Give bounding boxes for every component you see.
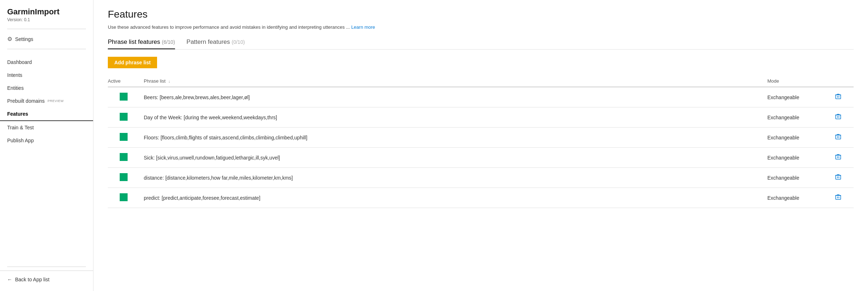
sidebar-nav: Dashboard Intents Entities Prebuilt doma… xyxy=(0,53,93,263)
active-indicator-5 xyxy=(120,193,128,201)
add-phrase-list-button[interactable]: Add phrase list xyxy=(108,57,157,68)
active-indicator-1 xyxy=(120,113,128,121)
phrase-name-1: Day of the Week: [during the week,weeken… xyxy=(144,115,277,120)
table-row: Floors: [floors,climb,flights of stairs,… xyxy=(108,128,854,148)
tab-phrase-list[interactable]: Phrase list features (6/10) xyxy=(108,38,175,49)
active-indicator-3 xyxy=(120,153,128,161)
cell-mode-5: Exchangeable xyxy=(767,188,832,208)
cell-phrase-5: predict: [predict,anticipate,foresee,for… xyxy=(144,188,767,208)
col-header-actions xyxy=(832,75,854,87)
cell-phrase-4: distance: [distance,kilometers,how far,m… xyxy=(144,168,767,188)
cell-mode-4: Exchangeable xyxy=(767,168,832,188)
delete-button-1[interactable] xyxy=(832,112,844,123)
cell-active-0 xyxy=(108,87,144,107)
cell-active-2 xyxy=(108,128,144,148)
cell-phrase-3: Sick: [sick,virus,unwell,rundown,fatigue… xyxy=(144,148,767,168)
sidebar-item-features[interactable]: Features xyxy=(0,107,93,121)
main-content: Features Use these advanced features to … xyxy=(93,0,868,291)
cell-phrase-0: Beers: [beers,ale,brew,brews,ales,beer,l… xyxy=(144,87,767,107)
delete-button-4[interactable] xyxy=(832,172,844,183)
preview-badge: PREVIEW xyxy=(47,99,64,103)
svg-rect-4 xyxy=(836,175,841,179)
svg-rect-5 xyxy=(836,195,841,199)
sidebar-item-prebuilt-domains[interactable]: Prebuilt domains PREVIEW xyxy=(0,94,93,107)
cell-mode-0: Exchangeable xyxy=(767,87,832,107)
sidebar-item-label-entities: Entities xyxy=(7,85,24,91)
sidebar-header: GarminImport Version: 0.1 xyxy=(0,0,93,25)
sidebar-item-dashboard[interactable]: Dashboard xyxy=(0,56,93,69)
sidebar-item-entities[interactable]: Entities xyxy=(0,82,93,94)
features-table: Active Phrase list ↓ Mode Beers: [beers,… xyxy=(108,75,854,208)
cell-mode-3: Exchangeable xyxy=(767,148,832,168)
mode-text-2: Exchangeable xyxy=(767,135,799,140)
col-header-phrase-list: Phrase list ↓ xyxy=(144,75,767,87)
tab-pattern[interactable]: Pattern features (0/10) xyxy=(187,38,245,49)
sort-icon[interactable]: ↓ xyxy=(168,79,170,83)
sidebar-item-intents[interactable]: Intents xyxy=(0,69,93,82)
cell-active-1 xyxy=(108,107,144,128)
cell-delete-2 xyxy=(832,128,854,148)
active-indicator-4 xyxy=(120,173,128,181)
table-row: Beers: [beers,ale,brew,brews,ales,beer,l… xyxy=(108,87,854,107)
sidebar-item-label-features: Features xyxy=(7,111,28,117)
phrase-name-4: distance: [distance,kilometers,how far,m… xyxy=(144,175,293,181)
svg-rect-3 xyxy=(836,155,841,159)
phrase-name-3: Sick: [sick,virus,unwell,rundown,fatigue… xyxy=(144,155,280,161)
delete-button-0[interactable] xyxy=(832,92,844,103)
cell-delete-3 xyxy=(832,148,854,168)
mode-text-1: Exchangeable xyxy=(767,115,799,120)
delete-button-2[interactable] xyxy=(832,132,844,143)
mode-text-3: Exchangeable xyxy=(767,155,799,161)
back-to-app-list[interactable]: ← Back to App list xyxy=(7,277,86,282)
phrase-name-5: predict: [predict,anticipate,foresee,for… xyxy=(144,195,261,201)
table-body: Beers: [beers,ale,brew,brews,ales,beer,l… xyxy=(108,87,854,208)
page-description: Use these advanced features to improve p… xyxy=(108,24,854,30)
tab-pattern-count: (0/10) xyxy=(232,39,245,45)
sidebar-divider-mid xyxy=(7,49,86,49)
sidebar: GarminImport Version: 0.1 ⚙ Settings Das… xyxy=(0,0,93,291)
back-arrow-icon: ← xyxy=(7,277,12,282)
sidebar-item-label-train: Train & Test xyxy=(7,125,34,130)
sidebar-item-publish-app[interactable]: Publish App xyxy=(0,134,93,147)
cell-delete-0 xyxy=(832,87,854,107)
description-text: Use these advanced features to improve p… xyxy=(108,24,350,30)
mode-text-4: Exchangeable xyxy=(767,175,799,181)
table-row: distance: [distance,kilometers,how far,m… xyxy=(108,168,854,188)
sidebar-bottom: ← Back to App list xyxy=(0,271,93,291)
cell-mode-2: Exchangeable xyxy=(767,128,832,148)
settings-label: Settings xyxy=(15,36,33,42)
learn-more-link[interactable]: Learn more xyxy=(351,24,375,30)
sidebar-item-label-intents: Intents xyxy=(7,72,22,78)
gear-icon: ⚙ xyxy=(7,36,12,42)
delete-button-3[interactable] xyxy=(832,152,844,163)
cell-phrase-2: Floors: [floors,climb,flights of stairs,… xyxy=(144,128,767,148)
cell-delete-4 xyxy=(832,168,854,188)
table-header-row: Active Phrase list ↓ Mode xyxy=(108,75,854,87)
sidebar-item-label-publish: Publish App xyxy=(7,138,34,143)
cell-phrase-1: Day of the Week: [during the week,weeken… xyxy=(144,107,767,128)
active-indicator-2 xyxy=(120,133,128,141)
cell-active-5 xyxy=(108,188,144,208)
mode-text-5: Exchangeable xyxy=(767,195,799,201)
cell-active-4 xyxy=(108,168,144,188)
cell-mode-1: Exchangeable xyxy=(767,107,832,128)
svg-rect-2 xyxy=(836,135,841,139)
sidebar-divider-top xyxy=(7,29,86,29)
sidebar-item-train-test[interactable]: Train & Test xyxy=(0,121,93,134)
page-title: Features xyxy=(108,9,854,20)
settings-item[interactable]: ⚙ Settings xyxy=(0,33,93,45)
delete-button-5[interactable] xyxy=(832,192,844,203)
cell-delete-1 xyxy=(832,107,854,128)
table-row: predict: [predict,anticipate,foresee,for… xyxy=(108,188,854,208)
tab-phrase-list-label: Phrase list features xyxy=(108,38,160,45)
sidebar-item-label-dashboard: Dashboard xyxy=(7,59,32,65)
cell-delete-5 xyxy=(832,188,854,208)
table-row: Day of the Week: [during the week,weeken… xyxy=(108,107,854,128)
phrase-name-0: Beers: [beers,ale,brew,brews,ales,beer,l… xyxy=(144,94,250,100)
table-row: Sick: [sick,virus,unwell,rundown,fatigue… xyxy=(108,148,854,168)
active-indicator-0 xyxy=(120,93,128,101)
tab-phrase-list-count: (6/10) xyxy=(162,39,175,45)
col-header-active: Active xyxy=(108,75,144,87)
back-label: Back to App list xyxy=(15,277,50,282)
app-title: GarminImport xyxy=(7,7,86,17)
